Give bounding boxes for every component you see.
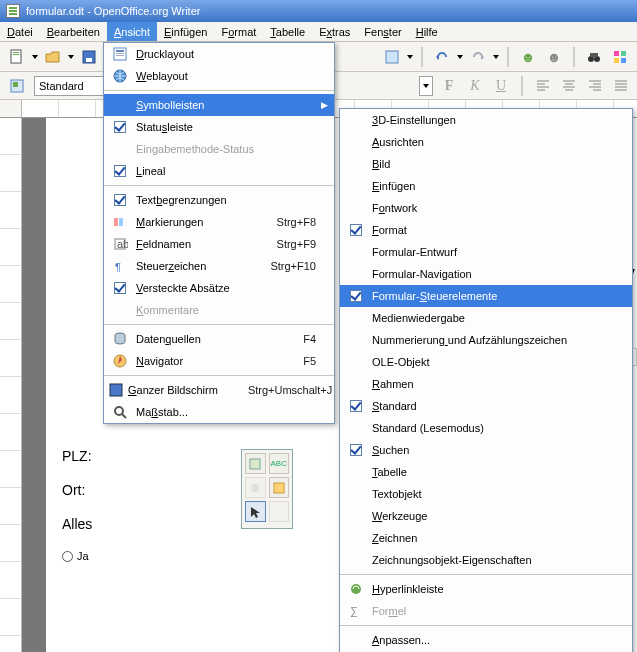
view-menu-item[interactable]: Textbegrenzungen: [104, 189, 334, 211]
toolbars-submenu-item[interactable]: Formular-Entwurf: [340, 241, 632, 263]
gallery-icon[interactable]: [609, 46, 631, 68]
tool-a[interactable]: [381, 46, 403, 68]
tool-a-drop[interactable]: [407, 55, 413, 59]
menu-item-accelerator: Strg+F10: [240, 260, 316, 272]
form-btn-a[interactable]: [245, 477, 266, 498]
new-doc-button[interactable]: [6, 46, 28, 68]
menu-item-label: Anpassen...: [368, 634, 614, 646]
bold-button[interactable]: F: [439, 76, 459, 96]
toolbars-submenu-item[interactable]: Standard (Lesemodus): [340, 417, 632, 439]
toolbars-submenu-item[interactable]: 3D-Einstellungen: [340, 109, 632, 131]
svg-rect-21: [116, 55, 124, 56]
view-menu-item[interactable]: Weblayout: [104, 65, 334, 87]
view-menu-item[interactable]: Ganzer BildschirmStrg+Umschalt+J: [104, 379, 334, 401]
menu-help[interactable]: Hilfe: [409, 22, 445, 41]
menu-edit[interactable]: Bearbeiten: [40, 22, 107, 41]
menu-item-label: Formel: [368, 605, 614, 617]
underline-button[interactable]: U: [491, 76, 511, 96]
toolbars-submenu-item[interactable]: OLE-Objekt: [340, 351, 632, 373]
menu-item-accelerator: F5: [273, 355, 316, 367]
svg-rect-8: [590, 53, 598, 57]
view-menu-item[interactable]: Maßstab...: [104, 401, 334, 423]
db-icon: [112, 331, 128, 347]
redo-button[interactable]: [467, 46, 489, 68]
view-menu-item[interactable]: MarkierungenStrg+F8: [104, 211, 334, 233]
menu-item-label: Zeichnen: [368, 532, 614, 544]
toolbars-submenu-item[interactable]: Ausrichten: [340, 131, 632, 153]
toolbars-submenu-item[interactable]: Textobjekt: [340, 483, 632, 505]
menu-item-label: Textbegrenzungen: [132, 194, 316, 206]
new-doc-dropdown-icon[interactable]: [32, 55, 38, 59]
toolbars-submenu-item[interactable]: Tabelle: [340, 461, 632, 483]
menu-table[interactable]: Tabelle: [263, 22, 312, 41]
view-menu-item[interactable]: Drucklayout: [104, 43, 334, 65]
undo-button[interactable]: [431, 46, 453, 68]
menu-insert[interactable]: Einfügen: [157, 22, 214, 41]
checkbox-icon: [114, 165, 126, 177]
toolbars-submenu-item[interactable]: Hyperlinkleiste: [340, 578, 632, 600]
toolbars-submenu-item[interactable]: Medienwiedergabe: [340, 307, 632, 329]
svg-rect-12: [621, 58, 626, 63]
menu-view[interactable]: Ansicht: [107, 22, 157, 41]
menu-window[interactable]: Fenster: [357, 22, 408, 41]
toolbars-submenu-item[interactable]: Rahmen: [340, 373, 632, 395]
undo-drop[interactable]: [457, 55, 463, 59]
svg-rect-9: [614, 51, 619, 56]
view-menu-item[interactable]: NavigatorF5: [104, 350, 334, 372]
menu-item-label: Steuerzeichen: [132, 260, 240, 272]
view-menu-item[interactable]: Lineal: [104, 160, 334, 182]
toolbars-submenu-item[interactable]: Bild: [340, 153, 632, 175]
view-menu-item[interactable]: abFeldnamenStrg+F9: [104, 233, 334, 255]
form-btn-c[interactable]: [269, 501, 290, 522]
open-dropdown-icon[interactable]: [68, 55, 74, 59]
align-right-button[interactable]: [585, 76, 605, 96]
align-justify-button[interactable]: [611, 76, 631, 96]
toolbars-submenu-item[interactable]: Werkzeuge: [340, 505, 632, 527]
toolbars-submenu-item[interactable]: Zeichnungsobjekt-Eigenschaften: [340, 549, 632, 571]
radio-ja[interactable]: Ja: [62, 550, 89, 562]
svg-rect-24: [119, 218, 123, 226]
toolbars-submenu-item[interactable]: Fontwork: [340, 197, 632, 219]
menu-file[interactable]: Datei: [0, 22, 40, 41]
view-menu-item: Eingabemethode-Status: [104, 138, 334, 160]
menu-format[interactable]: Format: [214, 22, 263, 41]
toolbars-submenu-item[interactable]: Suchen: [340, 439, 632, 461]
open-button[interactable]: [42, 46, 64, 68]
view-menu-item[interactable]: Statusleiste: [104, 116, 334, 138]
pilcrow-icon: ¶: [112, 258, 128, 274]
svg-text:ab: ab: [117, 238, 128, 250]
form-select-icon[interactable]: [245, 453, 266, 474]
align-left-button[interactable]: [533, 76, 553, 96]
toolbars-submenu-item[interactable]: Formular-Navigation: [340, 263, 632, 285]
toolbars-submenu-item[interactable]: Zeichnen: [340, 527, 632, 549]
font-size-select-stub[interactable]: [419, 76, 433, 96]
face-a-icon[interactable]: ☻: [517, 46, 539, 68]
menu-item-label: Textobjekt: [368, 488, 614, 500]
styles-button[interactable]: [6, 75, 28, 97]
form-btn-b[interactable]: [269, 477, 290, 498]
italic-button[interactable]: K: [465, 76, 485, 96]
form-pointer-button[interactable]: [245, 501, 266, 522]
align-center-button[interactable]: [559, 76, 579, 96]
save-button[interactable]: [78, 46, 100, 68]
face-b-icon[interactable]: ☻: [543, 46, 565, 68]
redo-drop[interactable]: [493, 55, 499, 59]
menu-item-label: Maßstab...: [132, 406, 316, 418]
binoculars-icon[interactable]: [583, 46, 605, 68]
toolbars-submenu-item[interactable]: Nummerierung und Aufzählungszeichen: [340, 329, 632, 351]
menu-extras[interactable]: Extras: [312, 22, 357, 41]
view-menu-item[interactable]: DatenquellenF4: [104, 328, 334, 350]
view-menu-item[interactable]: Symbolleisten▶: [104, 94, 334, 116]
view-menu-item[interactable]: Versteckte Absätze: [104, 277, 334, 299]
toolbars-submenu-item[interactable]: Einfügen: [340, 175, 632, 197]
form-abc-icon[interactable]: ABC: [269, 453, 290, 474]
toolbars-submenu-item[interactable]: Formular-Steuerelemente: [340, 285, 632, 307]
toolbars-submenu-item[interactable]: Standard: [340, 395, 632, 417]
svg-rect-15: [250, 459, 260, 469]
vertical-ruler[interactable]: [0, 118, 22, 652]
toolbars-submenu-item[interactable]: Format: [340, 219, 632, 241]
zoom-icon: [112, 404, 128, 420]
form-controls-toolbar[interactable]: ABC: [241, 449, 293, 529]
view-menu-item[interactable]: ¶SteuerzeichenStrg+F10: [104, 255, 334, 277]
toolbars-submenu-item[interactable]: Anpassen...: [340, 629, 632, 651]
